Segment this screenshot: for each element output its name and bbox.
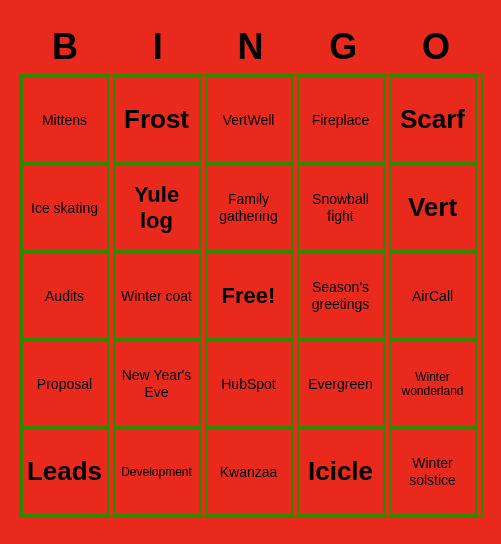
cell-10: Audits xyxy=(21,252,109,340)
cell-2: VertWell xyxy=(205,76,293,164)
header-letter-N: N xyxy=(206,26,294,68)
bingo-card: BINGO MittensFrostVertWellFireplaceScarf… xyxy=(11,18,491,526)
cell-4: Scarf xyxy=(389,76,477,164)
cell-21: Development xyxy=(113,428,201,516)
cell-20: Leads xyxy=(21,428,109,516)
cell-11: Winter coat xyxy=(113,252,201,340)
header-letter-G: G xyxy=(299,26,387,68)
cell-18: Evergreen xyxy=(297,340,385,428)
cell-15: Proposal xyxy=(21,340,109,428)
cell-5: Ice skating xyxy=(21,164,109,252)
cell-8: Snowball fight xyxy=(297,164,385,252)
cell-16: New Year's Eve xyxy=(113,340,201,428)
cell-9: Vert xyxy=(389,164,477,252)
cell-13: Season's greetings xyxy=(297,252,385,340)
header-letter-B: B xyxy=(21,26,109,68)
cell-22: Kwanzaa xyxy=(205,428,293,516)
cell-1: Frost xyxy=(113,76,201,164)
cell-6: Yule log xyxy=(113,164,201,252)
cell-7: Family gathering xyxy=(205,164,293,252)
header-letter-O: O xyxy=(392,26,480,68)
bingo-header: BINGO xyxy=(19,26,483,68)
cell-3: Fireplace xyxy=(297,76,385,164)
cell-24: Winter solstice xyxy=(389,428,477,516)
cell-19: Winter wonderland xyxy=(389,340,477,428)
cell-12: Free! xyxy=(205,252,293,340)
cell-23: Icicle xyxy=(297,428,385,516)
cell-14: AirCall xyxy=(389,252,477,340)
cell-0: Mittens xyxy=(21,76,109,164)
header-letter-I: I xyxy=(114,26,202,68)
bingo-grid: MittensFrostVertWellFireplaceScarfIce sk… xyxy=(19,74,483,518)
cell-17: HubSpot xyxy=(205,340,293,428)
